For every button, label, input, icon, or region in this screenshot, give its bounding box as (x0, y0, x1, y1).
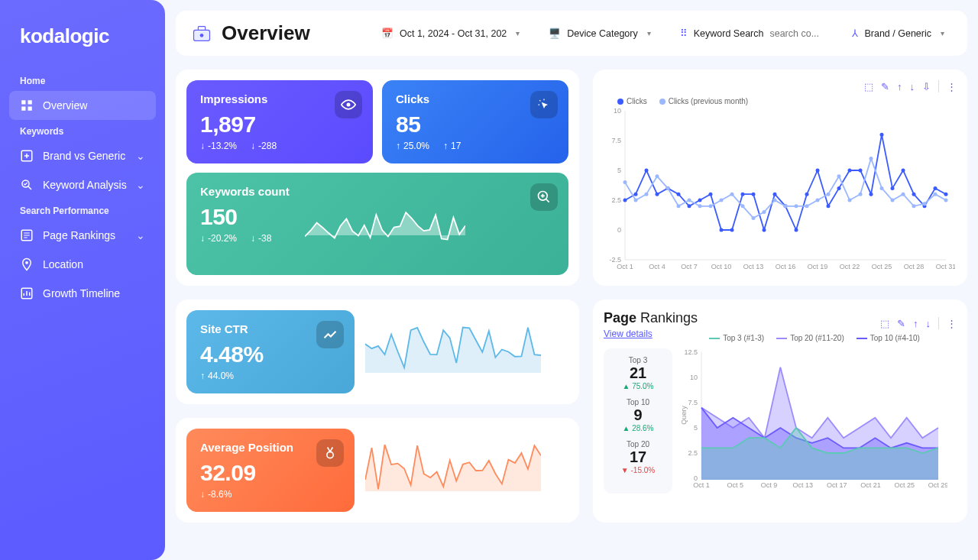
nav-item-growth-timeline[interactable]: Growth Timeline (9, 279, 156, 308)
svg-point-12 (347, 103, 351, 107)
arrow-up-icon[interactable]: ↑ (913, 318, 918, 329)
keywords-card[interactable]: Keywords count 150 ↓-20.2% ↓-38 (186, 173, 568, 275)
svg-point-54 (848, 169, 852, 173)
main: Overview 📅 Oct 1, 2024 - Oct 31, 202 ▾ 🖥… (165, 0, 978, 560)
svg-text:Oct 21: Oct 21 (860, 481, 881, 489)
more-icon[interactable]: ⋮ (947, 81, 957, 92)
chart-icon (20, 286, 34, 300)
rankings-chart: 02.557.51012.5Oct 1Oct 5Oct 9Oct 13Oct 1… (680, 348, 947, 494)
keyword-search: ⠿ Keyword Search (672, 23, 831, 44)
svg-text:2.5: 2.5 (611, 196, 621, 204)
analysis-icon (20, 178, 34, 192)
card-value: 1,897 (200, 112, 359, 138)
svg-point-40 (698, 199, 702, 202)
select-icon[interactable]: ⬚ (880, 318, 889, 329)
svg-text:Oct 28: Oct 28 (904, 263, 925, 270)
svg-point-71 (698, 204, 702, 208)
svg-point-73 (720, 199, 724, 202)
svg-point-85 (848, 199, 852, 202)
svg-point-78 (773, 199, 777, 202)
svg-point-58 (891, 186, 895, 190)
svg-point-52 (827, 204, 831, 208)
plus-square-icon (20, 149, 34, 163)
device-label: Device Category (567, 28, 637, 39)
rankings-panel: Page Rankings View details ⬚ ✎ ↑ ↓ ⋮ Top… (593, 299, 967, 523)
keywords-sparkline (305, 203, 465, 249)
nav-item-location[interactable]: Location (9, 250, 156, 279)
card-label: Keywords count (200, 185, 290, 198)
svg-text:Oct 25: Oct 25 (872, 263, 892, 270)
nav-item-overview[interactable]: Overview (9, 91, 156, 120)
svg-point-44 (741, 193, 745, 196)
svg-text:Oct 17: Oct 17 (827, 481, 847, 489)
nav-item-label: Growth Timeline (43, 287, 120, 299)
svg-point-50 (805, 193, 809, 196)
chevron-down-icon: ⌄ (136, 179, 145, 191)
card-value: 150 (200, 204, 290, 230)
arrow-down-icon: ↓ (251, 233, 255, 244)
rank-item: Top 321▲ 75.0% (608, 356, 668, 390)
svg-point-60 (912, 193, 916, 196)
date-range-picker[interactable]: 📅 Oct 1, 2024 - Oct 31, 202 ▾ (374, 23, 527, 44)
date-range-text: Oct 1, 2024 - Oct 31, 202 (400, 28, 507, 39)
download-icon[interactable]: ⇩ (922, 81, 931, 92)
nav-item-brand-vs-generic[interactable]: Brand vs Generic⌄ (9, 141, 156, 170)
magnify-plus-icon (530, 183, 558, 211)
grid-icon (20, 99, 34, 112)
arrow-up-icon[interactable]: ↑ (897, 81, 902, 92)
svg-point-91 (912, 204, 916, 208)
edit-icon[interactable]: ✎ (897, 318, 905, 329)
svg-text:Oct 1: Oct 1 (617, 263, 633, 270)
svg-point-74 (730, 193, 734, 196)
svg-text:Oct 16: Oct 16 (776, 263, 796, 270)
nav-item-page-rankings[interactable]: Page Rankings⌄ (9, 221, 156, 250)
arrow-up-icon: ↑ (396, 141, 400, 151)
svg-point-51 (816, 169, 820, 173)
svg-point-62 (934, 186, 938, 190)
svg-point-64 (623, 180, 627, 184)
svg-point-35 (645, 169, 649, 173)
rank-item: Top 2017▼ -15.0% (608, 440, 668, 474)
keyword-search-input[interactable] (769, 28, 823, 39)
edit-icon[interactable]: ✎ (881, 81, 889, 92)
svg-point-39 (688, 204, 691, 208)
svg-text:5: 5 (694, 424, 698, 432)
svg-rect-1 (28, 100, 32, 104)
more-icon[interactable]: ⋮ (947, 318, 957, 329)
ctr-card[interactable]: Site CTR 4.48% ↑44.0% (186, 310, 355, 393)
svg-text:Oct 4: Oct 4 (649, 263, 665, 270)
clicks-card[interactable]: Clicks 85 ↑25.0% ↑17 (382, 80, 568, 163)
svg-point-33 (623, 199, 627, 202)
select-icon[interactable]: ⬚ (864, 81, 873, 92)
brand-generic-select[interactable]: ⅄ Brand / Generic ▾ (844, 23, 952, 44)
clicks-chart-panel: ⬚ ✎ ↑ ↓ ⇩ ⋮ Clicks Clicks (previous mont… (593, 70, 967, 286)
svg-point-59 (902, 169, 905, 173)
svg-point-69 (677, 204, 681, 208)
svg-point-83 (827, 193, 831, 196)
brand-label: Brand / Generic (864, 28, 931, 39)
svg-text:Oct 10: Oct 10 (711, 263, 732, 270)
svg-text:Oct 22: Oct 22 (840, 263, 860, 270)
device-category-select[interactable]: 🖥️ Device Category ▾ (541, 23, 658, 44)
svg-point-55 (859, 169, 863, 173)
svg-point-34 (634, 193, 638, 196)
rank-item: Top 109▲ 28.6% (608, 398, 668, 432)
position-sparkline (365, 429, 541, 505)
svg-rect-2 (21, 107, 25, 111)
arrow-down-icon[interactable]: ↓ (910, 81, 915, 92)
nav-item-keyword-analysis[interactable]: Keyword Analysis⌄ (9, 170, 156, 199)
clicks-legend: Clicks Clicks (previous month) (617, 97, 957, 105)
nav-section-label: Keywords (9, 120, 156, 141)
position-card[interactable]: Average Position 32.09 ↓-8.6% (186, 429, 355, 512)
view-details-link[interactable]: View details (604, 329, 653, 339)
calendar-icon: 📅 (381, 28, 393, 39)
arrow-down-icon[interactable]: ↓ (926, 318, 931, 329)
impressions-card[interactable]: Impressions 1,897 ↓-13.2% ↓-288 (186, 80, 373, 163)
arrow-up-icon: ↑ (443, 141, 448, 151)
svg-point-7 (25, 261, 28, 264)
nav-item-label: Location (43, 258, 83, 270)
rankings-summary-list: Top 321▲ 75.0%Top 109▲ 28.6%Top 2017▼ -1… (604, 348, 672, 494)
svg-text:5: 5 (617, 167, 621, 174)
list-icon (20, 228, 34, 242)
svg-point-46 (763, 228, 766, 232)
